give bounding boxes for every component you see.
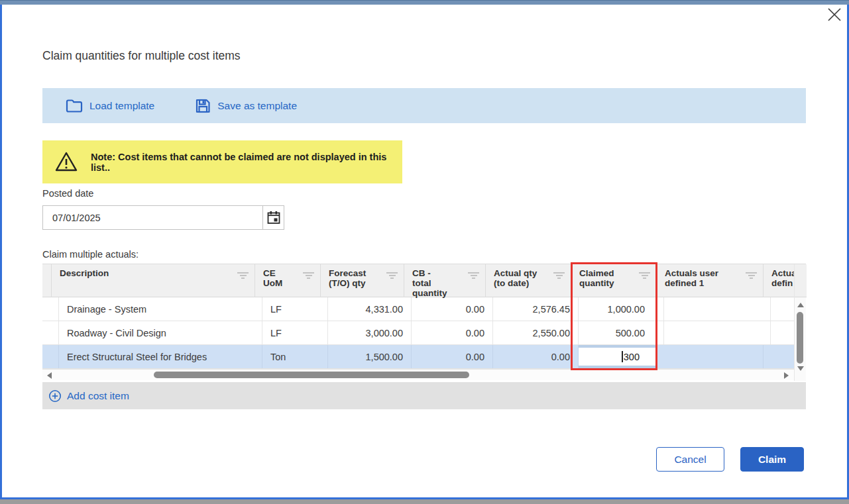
cell-cb-total[interactable]: 0.00 — [412, 321, 493, 344]
posted-date-label: Posted date — [42, 188, 93, 199]
filter-icon[interactable] — [639, 272, 650, 279]
filter-icon[interactable] — [303, 272, 314, 279]
cell-uom[interactable]: LF — [262, 321, 328, 344]
cell-actual-qty[interactable]: 0.00 — [493, 345, 579, 368]
add-cost-item-label: Add cost item — [67, 390, 129, 402]
dialog-title: Claim quantities for multiple cost items — [42, 49, 241, 63]
close-icon[interactable] — [824, 5, 844, 25]
filter-icon[interactable] — [237, 272, 249, 279]
vertical-scrollbar-thumb[interactable] — [797, 312, 803, 364]
scroll-up-arrow-icon[interactable] — [797, 303, 804, 307]
add-cost-item-button[interactable]: Add cost item — [42, 382, 806, 409]
grid-header-row: Description CE UoM Forecast (T/O) qty CB… — [42, 264, 794, 297]
cell-actuals-user-defined-2[interactable] — [764, 345, 794, 368]
window-left-edge — [0, 5, 2, 499]
cell-actuals-user-defined-1[interactable] — [664, 321, 771, 344]
claim-multiple-actuals-label: Claim multiple actuals: — [42, 249, 139, 260]
cell-forecast-qty[interactable]: 3,000.00 — [328, 321, 412, 344]
cell-description[interactable]: Drainage - System — [59, 297, 262, 321]
table-row-erect-structural-steel[interactable]: Erect Structural Steel for Bridges Ton 1… — [42, 345, 794, 369]
calendar-icon — [266, 210, 281, 225]
filter-icon[interactable] — [746, 272, 757, 279]
posted-date-input[interactable]: 07/01/2025 — [42, 205, 263, 230]
cell-actual-qty[interactable]: 2,550.00 — [493, 321, 579, 344]
folder-icon — [65, 98, 84, 114]
filter-icon[interactable] — [553, 272, 565, 279]
cell-forecast-qty[interactable]: 4,331.00 — [328, 297, 412, 321]
column-header-actuals-user-defined-2-clipped[interactable]: Actua defin — [764, 264, 794, 297]
cancel-button[interactable]: Cancel — [656, 447, 724, 472]
scroll-right-arrow-icon[interactable] — [784, 372, 789, 379]
column-header-ce-uom[interactable]: CE UoM — [255, 264, 321, 297]
save-as-template-button[interactable]: Save as template — [194, 97, 297, 115]
posted-date-value: 07/01/2025 — [52, 213, 101, 223]
warning-icon — [54, 150, 79, 174]
cell-cb-total[interactable]: 0.00 — [412, 345, 493, 368]
cell-description[interactable]: Roadway - Civil Design — [59, 321, 262, 344]
cell-actuals-user-defined-1[interactable] — [664, 297, 771, 321]
cell-uom[interactable]: Ton — [262, 345, 328, 368]
cell-actual-qty[interactable]: 2,576.45 — [493, 297, 579, 321]
column-header-description[interactable]: Description — [52, 264, 255, 297]
save-as-template-label: Save as template — [217, 100, 297, 112]
warning-note-text: Note: Cost items that cannot be claimed … — [91, 152, 402, 173]
scroll-left-arrow-icon[interactable] — [47, 372, 52, 379]
window-bottom-strip — [0, 499, 849, 504]
cell-actuals-user-defined-1[interactable] — [657, 345, 764, 368]
table-row-roadway-civil-design[interactable]: Roadway - Civil Design LF 3,000.00 0.00 … — [42, 321, 794, 345]
claimed-quantity-value: 300 — [624, 352, 640, 362]
horizontal-scrollbar-thumb[interactable] — [154, 372, 469, 378]
filter-icon[interactable] — [386, 272, 398, 279]
load-template-button[interactable]: Load template — [65, 98, 154, 114]
cell-uom[interactable]: LF — [262, 297, 328, 321]
cell-claimed-quantity[interactable]: 500.00 — [579, 321, 664, 344]
save-icon — [194, 97, 211, 115]
cell-claimed-quantity[interactable]: 1,000.00 — [579, 297, 664, 321]
cell-forecast-qty[interactable]: 1,500.00 — [328, 345, 412, 368]
column-header-cb-total-quantity[interactable]: CB - total quantity — [404, 264, 486, 297]
cell-description[interactable]: Erect Structural Steel for Bridges — [59, 345, 262, 368]
horizontal-scrollbar[interactable] — [42, 369, 794, 380]
cost-items-grid: Description CE UoM Forecast (T/O) qty CB… — [42, 264, 806, 380]
text-cursor — [622, 351, 623, 362]
column-header-actuals-user-defined-1[interactable]: Actuals user defined 1 — [657, 264, 764, 297]
column-header-actual-qty-to-date[interactable]: Actual qty (to date) — [486, 264, 571, 297]
grid-header-gutter — [42, 264, 52, 297]
filter-icon[interactable] — [468, 272, 479, 279]
template-toolbar: Load template Save as template — [42, 88, 806, 123]
plus-circle-icon — [48, 389, 62, 403]
column-header-forecast-qty[interactable]: Forecast (T/O) qty — [321, 264, 404, 297]
column-header-claimed-quantity[interactable]: Claimed quantity — [571, 264, 657, 297]
cell-cb-total[interactable]: 0.00 — [412, 297, 493, 321]
load-template-label: Load template — [89, 100, 154, 112]
claimed-quantity-input[interactable]: 300 — [579, 345, 657, 368]
scroll-down-arrow-icon[interactable] — [797, 366, 804, 371]
window-top-edge — [0, 0, 849, 5]
calendar-picker-button[interactable] — [262, 205, 284, 230]
claim-button[interactable]: Claim — [740, 447, 804, 472]
cell-actuals-user-defined-2[interactable] — [771, 321, 794, 344]
vertical-scrollbar[interactable] — [794, 264, 806, 381]
cell-actuals-user-defined-2[interactable] — [771, 297, 794, 321]
warning-note: Note: Cost items that cannot be claimed … — [42, 140, 402, 183]
table-row-drainage-system[interactable]: Drainage - System LF 4,331.00 0.00 2,576… — [42, 297, 794, 321]
claim-quantities-dialog: Claim quantities for multiple cost items… — [0, 0, 849, 504]
